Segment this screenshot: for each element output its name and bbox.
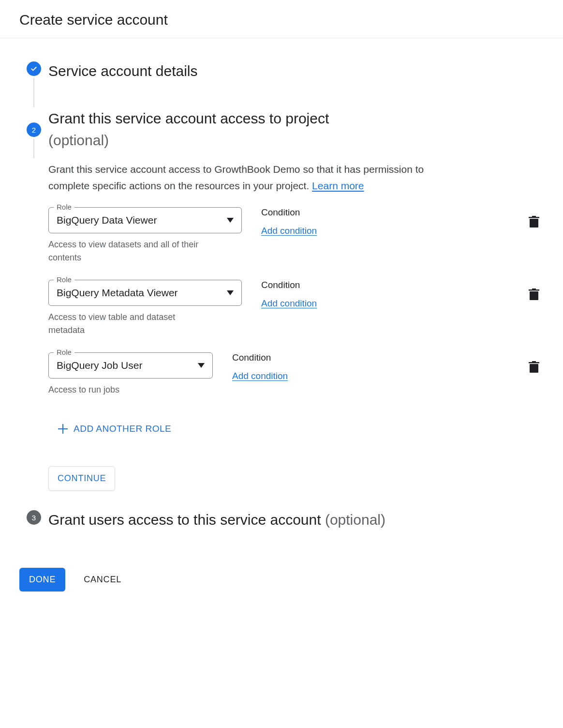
continue-button[interactable]: CONTINUE	[48, 466, 115, 491]
svg-rect-4	[529, 289, 539, 291]
step-2-title-text: Grant this service account access to pro…	[48, 110, 329, 126]
trash-icon[interactable]	[529, 288, 539, 301]
cancel-button[interactable]: CANCEL	[79, 568, 126, 592]
check-icon	[27, 61, 41, 76]
add-condition-link[interactable]: Add condition	[261, 298, 317, 309]
svg-rect-1	[529, 217, 539, 218]
svg-rect-3	[530, 291, 538, 300]
step-2-title: Grant this service account access to pro…	[48, 109, 544, 150]
plus-icon	[58, 424, 68, 434]
chevron-down-icon	[227, 218, 234, 223]
role-select[interactable]: Role BigQuery Job User	[48, 352, 213, 379]
role-row: Role BigQuery Data Viewer Access to view…	[48, 207, 544, 264]
step-1-marker	[19, 61, 48, 109]
role-row: Role BigQuery Metadata Viewer Access to …	[48, 280, 544, 337]
learn-more-link[interactable]: Learn more	[312, 180, 364, 191]
add-condition-link[interactable]: Add condition	[232, 371, 288, 381]
chevron-down-icon	[198, 363, 205, 368]
add-another-role-button[interactable]: ADD ANOTHER ROLE	[48, 419, 171, 439]
svg-rect-8	[532, 361, 536, 362]
step-3-title-text: Grant users access to this service accou…	[48, 512, 325, 528]
step-3-optional: (optional)	[325, 512, 385, 528]
step-3-marker: 3	[19, 510, 48, 525]
page-title: Create service account	[19, 12, 544, 28]
role-row: Role BigQuery Job User Access to run job…	[48, 352, 544, 396]
role-help-text: Access to run jobs	[48, 383, 213, 396]
done-button[interactable]: DONE	[19, 568, 65, 592]
role-select[interactable]: Role BigQuery Metadata Viewer	[48, 280, 242, 306]
step-2-number: 2	[27, 122, 41, 137]
role-field-label: Role	[54, 275, 74, 284]
svg-rect-2	[532, 216, 536, 217]
svg-rect-5	[532, 288, 536, 289]
footer-actions: DONE CANCEL	[0, 568, 563, 611]
add-role-label: ADD ANOTHER ROLE	[74, 424, 171, 434]
trash-icon[interactable]	[529, 216, 539, 228]
step-2: 2 Grant this service account access to p…	[19, 109, 544, 510]
condition-label: Condition	[261, 207, 505, 218]
step-3: 3 Grant users access to this service acc…	[19, 510, 544, 533]
step-2-description: Grant this service account access to Gro…	[48, 161, 445, 194]
role-value: BigQuery Metadata Viewer	[57, 287, 178, 298]
svg-rect-6	[530, 364, 538, 373]
step-3-title[interactable]: Grant users access to this service accou…	[48, 510, 544, 529]
role-field-label: Role	[54, 348, 74, 356]
page-header: Create service account	[0, 0, 563, 38]
condition-label: Condition	[232, 352, 505, 363]
step-2-optional: (optional)	[48, 132, 109, 148]
svg-rect-7	[529, 362, 539, 364]
step-3-number: 3	[27, 510, 41, 525]
role-help-text: Access to view datasets and all of their…	[48, 238, 227, 264]
role-field-label: Role	[54, 203, 74, 211]
role-select[interactable]: Role BigQuery Data Viewer	[48, 207, 242, 233]
role-help-text: Access to view table and dataset metadat…	[48, 311, 203, 337]
step-1: Service account details	[19, 61, 544, 109]
step-2-marker: 2	[19, 109, 48, 160]
role-value: BigQuery Data Viewer	[57, 214, 157, 226]
svg-rect-0	[530, 219, 538, 228]
step-1-title[interactable]: Service account details	[48, 61, 544, 80]
add-condition-link[interactable]: Add condition	[261, 226, 317, 236]
trash-icon[interactable]	[529, 361, 539, 374]
chevron-down-icon	[227, 290, 234, 295]
condition-label: Condition	[261, 280, 505, 290]
role-value: BigQuery Job User	[57, 360, 142, 371]
